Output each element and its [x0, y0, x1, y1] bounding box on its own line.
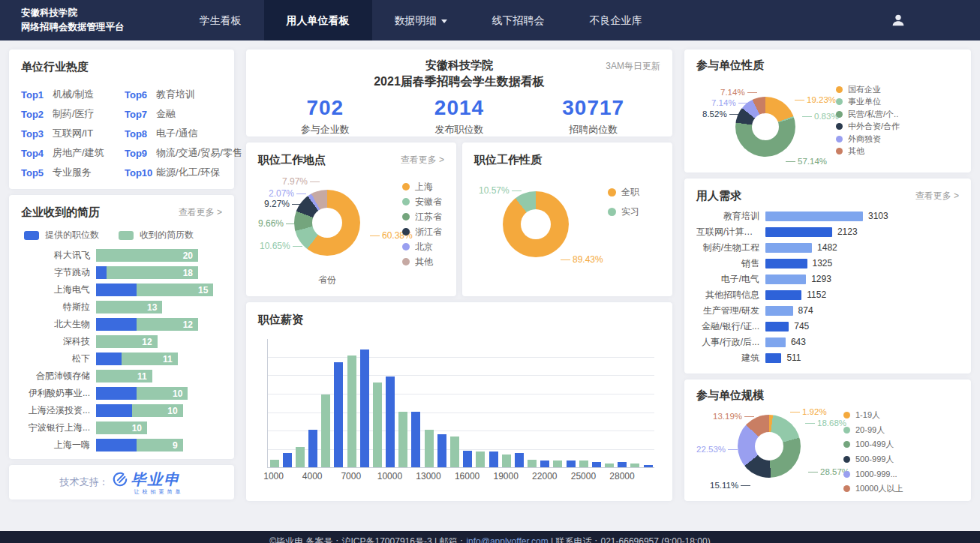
demand-bar [765, 259, 807, 268]
legend-item[interactable]: 100-499人 [843, 437, 903, 452]
legend-item[interactable]: 500-999人 [843, 452, 903, 467]
donut-callout-label: 57.14% [783, 157, 827, 166]
industry-item: Top7金融 [125, 104, 242, 124]
legend-label: 全职 [621, 186, 639, 199]
donut-legend: 上海安徽省江苏省浙江省北京其他 [402, 179, 442, 269]
legend-item[interactable]: 江苏省 [402, 209, 442, 224]
legend-dot [843, 471, 850, 478]
donut-callout-label: 1.92% [788, 407, 827, 416]
histogram-bar [630, 464, 639, 467]
histogram-slot [371, 339, 383, 467]
legend-item[interactable]: 收到的简历数 [119, 229, 194, 242]
demand-category-label: 其他招聘信息 [696, 289, 765, 302]
histogram-slot [422, 339, 435, 467]
legend-item[interactable]: 1-19人 [843, 408, 903, 423]
resumes-legend: 提供的职位数收到的简历数 [24, 229, 222, 242]
legend-dot [836, 86, 843, 93]
legend-item[interactable]: 实习 [608, 202, 639, 221]
unit-scale-title: 参与单位规模 [696, 388, 959, 403]
resume-row: 上海电气15 [21, 284, 222, 296]
donut-callout-label: 7.97% [282, 176, 322, 187]
legend-item[interactable]: 北京 [402, 239, 442, 254]
received-resumes-bar: 10 [137, 387, 188, 400]
legend-item[interactable]: 1000-999... [843, 466, 903, 482]
nav-item-数据明细[interactable]: 数据明细 [372, 0, 470, 40]
legend-label: 北京 [415, 241, 433, 254]
user-account-button[interactable] [890, 12, 906, 28]
company-name: 宁波银行上海... [21, 422, 96, 434]
view-more-link[interactable]: 查看更多 > [179, 206, 222, 219]
nav-item-不良企业库[interactable]: 不良企业库 [567, 0, 665, 40]
legend-item[interactable]: 外商独资 [836, 133, 900, 146]
nav-item-学生看板[interactable]: 学生看板 [177, 0, 264, 40]
donut-callout-label: 7.14% [711, 98, 750, 107]
legend-label: 10000人以上 [855, 483, 903, 494]
legend-item[interactable]: 其他 [402, 254, 442, 269]
vendor-logo-icon [112, 471, 128, 488]
histogram-bar [553, 460, 562, 467]
industry-rank: Top1 [21, 89, 53, 100]
legend-item[interactable]: 上海 [402, 179, 442, 194]
vendor-logo[interactable]: 毕业申 让校招更简单 [112, 470, 184, 496]
demand-value: 1152 [807, 290, 826, 300]
legend-item[interactable]: 10000人以上 [843, 482, 903, 496]
industry-rank: Top4 [21, 148, 53, 159]
legend-dot [843, 485, 850, 492]
legend-label: 事业单位 [848, 96, 881, 107]
donut-hole [521, 209, 551, 239]
demand-category-label: 生产管理/研发 [696, 304, 765, 317]
top-navbar: 安徽科技学院 网络招聘会数据管理平台 学生看板用人单位看板数据明细线下招聘会不良… [0, 0, 980, 40]
donut-callout-label: 2.07% [269, 188, 308, 199]
vendor-logo-text: 毕业申 [131, 470, 181, 490]
legend-label: 实习 [621, 206, 639, 218]
legend-item[interactable]: 中外合资/合作 [836, 121, 900, 134]
legend-item[interactable]: 其他 [836, 146, 900, 158]
donut-ring [503, 191, 569, 257]
histogram-slot [307, 339, 320, 467]
industry-rank: Top10 [125, 167, 156, 178]
footer-bar: ©毕业申 备案号：沪ICP备17007916号-3 | 邮箱：info@appl… [0, 531, 980, 543]
demand-row: 电子/电气1293 [696, 274, 959, 284]
legend-dot [843, 456, 850, 463]
provided-jobs-bar [96, 284, 137, 296]
histogram-slot [629, 339, 642, 467]
view-more-link[interactable]: 查看更多 > [401, 154, 444, 166]
legend-item[interactable]: 全职 [608, 182, 639, 202]
histogram-slot [448, 339, 461, 467]
demand-value: 874 [798, 305, 813, 316]
stacked-bar: 9 [96, 439, 183, 452]
legend-item[interactable]: 国有企业 [836, 83, 900, 96]
company-resumes-card: 企业收到的简历 查看更多 > 提供的职位数收到的简历数 科大讯飞20字节跳动18… [9, 195, 234, 459]
received-resumes-bar: 15 [137, 284, 213, 296]
nav-item-用人单位看板[interactable]: 用人单位看板 [264, 0, 372, 40]
view-more-link[interactable]: 查看更多 > [915, 190, 959, 202]
demand-value: 1482 [817, 242, 837, 253]
legend-item[interactable]: 20-99人 [843, 423, 903, 438]
nav-item-线下招聘会[interactable]: 线下招聘会 [470, 0, 567, 40]
summary-stats: 702参与企业数2014发布职位数30717招聘岗位数 [258, 96, 660, 136]
demand-row: 销售1325 [696, 258, 959, 268]
histogram-bar [425, 430, 434, 467]
industry-top-list: Top1机械/制造Top2制药/医疗Top3互联网/ITTop4房地产/建筑To… [21, 85, 222, 182]
legend-item[interactable]: 事业单位 [836, 96, 900, 109]
received-resumes-bar: 13 [96, 301, 162, 314]
dashboard-main: 单位行业热度 Top1机械/制造Top2制药/医疗Top3互联网/ITTop4房… [0, 40, 980, 510]
demand-value: 1325 [813, 258, 833, 268]
callout-leader-line [728, 449, 738, 450]
legend-item[interactable]: 安徽省 [402, 194, 442, 209]
histogram-bar [476, 452, 485, 467]
x-axis-tick-label: 13000 [416, 471, 440, 482]
histogram-slot [345, 339, 358, 467]
middle-column: 3AM每日更新 安徽科技学院 2021届春季招聘会学生数据看板 702参与企业数… [246, 50, 672, 501]
industry-label: 能源/化工/环保 [156, 166, 220, 179]
callout-leader-line [808, 472, 818, 472]
legend-item[interactable]: 浙江省 [402, 224, 442, 239]
histogram-bar [515, 453, 524, 467]
received-resumes-bar: 10 [132, 404, 183, 417]
legend-item[interactable]: 提供的职位数 [24, 229, 99, 242]
industry-label: 电子/通信 [156, 127, 198, 140]
callout-leader-line [286, 224, 296, 224]
industry-rank: Top8 [125, 128, 156, 140]
received-resumes-bar: 20 [96, 249, 198, 262]
legend-item[interactable]: 民营/私营/个.. [836, 108, 900, 121]
